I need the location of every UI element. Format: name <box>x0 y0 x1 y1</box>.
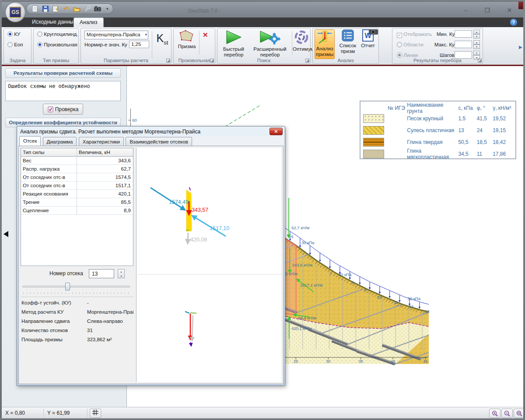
table-row: От соседних отс-в1517,1 <box>21 182 133 190</box>
dialog-launcher-icon[interactable] <box>210 59 214 63</box>
save-icon[interactable] <box>42 5 49 13</box>
tab-characteristics[interactable]: Характеристики <box>79 137 124 146</box>
radio-ku[interactable]: КУ <box>7 32 20 37</box>
svg-text:1517,1 кН/м: 1517,1 кН/м <box>300 283 323 287</box>
svg-text:25: 25 <box>294 359 298 364</box>
svg-text:40: 40 <box>391 359 395 364</box>
new-document-icon[interactable] <box>31 5 38 13</box>
grid-snap-button[interactable] <box>90 409 101 418</box>
forces-table[interactable]: Тип силыВеличина, кН Вес343,6 Распр. наг… <box>21 148 133 266</box>
app-menu-button[interactable]: GS <box>5 2 25 22</box>
extended-search-button[interactable]: Расширенный перебор <box>249 29 291 58</box>
wrench-icon[interactable] <box>84 5 91 13</box>
svg-text:7: 7 <box>329 272 332 276</box>
kst-button[interactable]: Kst <box>154 32 170 50</box>
panel-collapse-icon[interactable] <box>4 231 8 237</box>
checkbox-show[interactable]: ✓ Отображать <box>397 32 432 38</box>
snapshot-camera-icon[interactable] <box>369 28 378 35</box>
svg-text:35: 35 <box>359 359 363 364</box>
table-row: Реакция основания420,1 <box>21 190 133 198</box>
help-button[interactable]: ? <box>510 19 517 26</box>
zoom-in-button[interactable] <box>489 409 500 418</box>
ribbon-overflow-icon[interactable]: ▶ <box>519 45 522 49</box>
radio-round[interactable]: Круглоцилинд. <box>37 32 78 37</box>
delete-prism-icon[interactable]: ✕ <box>203 31 208 39</box>
dialog-title: Анализ призмы сдвига. Расчет выполнен ме… <box>18 127 284 136</box>
steps-label: Шагов <box>440 52 454 58</box>
svg-text:60: 60 <box>132 118 137 122</box>
status-bar: X = 0,80 Y = 61,99 <box>0 407 525 418</box>
table-row: Распр. нагрузка62,7 <box>21 165 133 173</box>
play-icon <box>224 29 243 45</box>
dialog-launcher-icon[interactable] <box>166 59 170 63</box>
group-arbitrary: Призма ✕ Произвольная <box>173 28 215 64</box>
soil-legend: № ИГЭ Наименование грунта с, кПа φ, ° γ,… <box>360 101 516 159</box>
prism-list-button[interactable]: Список призм <box>337 29 358 59</box>
optimum-button[interactable]: Оптимум <box>293 29 310 58</box>
check-message-box[interactable]: Ошибок схемы не обнаружено <box>5 81 121 101</box>
slice-spinner[interactable]: ▲▼ <box>118 269 125 278</box>
slice-number-input[interactable]: 13 <box>89 269 114 278</box>
check-button[interactable]: Проверка <box>43 104 83 115</box>
prism-button[interactable]: Призма <box>176 29 197 56</box>
svg-text:420,1 кН/м: 420,1 кН/м <box>291 326 312 331</box>
swatch-sandy-loam <box>363 126 384 135</box>
norm-ku-label: Нормир-е знач. Ку <box>84 42 127 47</box>
undo-icon[interactable]: ↶ <box>63 5 70 13</box>
forces-pane: Тип силыВеличина, кН Вес343,6 Распр. наг… <box>21 148 134 382</box>
table-row: От соседних отс-в1574,5 <box>21 173 133 182</box>
dialog-launcher-icon[interactable] <box>478 59 482 63</box>
fast-search-button[interactable]: Быстрый перебор <box>220 29 247 58</box>
svg-text:94,4 кН/м: 94,4 кН/м <box>298 315 316 320</box>
svg-text:62,7 кН/м: 62,7 кН/м <box>291 225 309 230</box>
prism-icon <box>179 29 195 42</box>
table-row: Трение85,5 <box>21 198 133 206</box>
quick-access-toolbar: ↶ ▾ <box>26 4 113 14</box>
svg-text:8: 8 <box>351 280 354 285</box>
open-folder-icon[interactable] <box>73 5 80 13</box>
dialog-close-button[interactable]: ✕ <box>270 128 283 135</box>
method-dropdown[interactable]: Моргенштерна-Прайса▾ <box>84 31 148 39</box>
save-as-icon[interactable] <box>52 5 60 13</box>
prism-analysis-button[interactable]: Анализ призмы <box>315 29 335 59</box>
radio-eop[interactable]: Еоп <box>7 42 23 47</box>
force-diagram: 1574,49 343,57 1517,10 420,08 <box>136 148 284 385</box>
min-ku-input[interactable] <box>455 30 472 38</box>
dialog-launcher-icon[interactable] <box>305 59 309 63</box>
slider-thumb[interactable] <box>65 283 70 290</box>
main-content: Результаты проверки расчетной схемы Ошиб… <box>0 66 525 407</box>
gs-logo: GS <box>9 7 21 18</box>
svg-text:420,08: 420,08 <box>190 237 207 243</box>
group-calc-params: Моргенштерна-Прайса▾ Нормир-е знач. Ку 1… <box>80 28 172 64</box>
radio-lines[interactable]: Линии <box>397 52 418 58</box>
group-task: КУ Еоп Задача <box>4 28 32 64</box>
tab-interaction[interactable]: Взаимодействие отсеков <box>126 137 192 146</box>
slice-slider[interactable] <box>22 283 130 290</box>
ribbon-tab-row: Исходные данные Анализ <box>0 18 525 27</box>
svg-text:12: 12 <box>409 304 414 309</box>
swatch-sand <box>363 114 384 123</box>
zoom-out-button[interactable] <box>501 409 513 418</box>
min-ku-spinner[interactable]: ▲▼ <box>473 30 480 38</box>
table-row: Сцепление8,9 <box>21 206 133 215</box>
svg-text:343,57: 343,57 <box>192 207 208 213</box>
radio-areas[interactable]: Области <box>397 42 424 47</box>
tab-diagram[interactable]: Диаграмма <box>43 137 77 146</box>
window-controls[interactable]: – ❒ ✕ <box>464 7 520 14</box>
max-ku-spinner[interactable]: ▲▼ <box>473 40 480 49</box>
dialog-body: Тип силыВеличина, кН Вес343,6 Распр. наг… <box>18 146 284 384</box>
norm-ku-input[interactable]: 1,25 <box>129 41 149 48</box>
prism-analysis-icon <box>317 30 332 45</box>
svg-text:45: 45 <box>423 359 427 364</box>
cursor-y: Y = 61,99 <box>44 409 88 417</box>
svg-text:6: 6 <box>291 234 293 239</box>
radio-arbitrary[interactable]: Произвольная <box>37 42 77 47</box>
qat-overflow-icon[interactable]: ▾ <box>106 7 108 11</box>
tab-analysis[interactable]: Анализ <box>74 18 104 27</box>
legend-row: Песок крупный1,5 41,519,52 <box>360 112 515 124</box>
tab-slice[interactable]: Отсек <box>19 136 41 146</box>
max-ku-input[interactable] <box>455 41 472 48</box>
cursor-x: X = 0,80 <box>2 409 44 417</box>
camera-icon[interactable] <box>94 5 102 13</box>
min-ku-label: Мин. Ку <box>437 32 455 37</box>
